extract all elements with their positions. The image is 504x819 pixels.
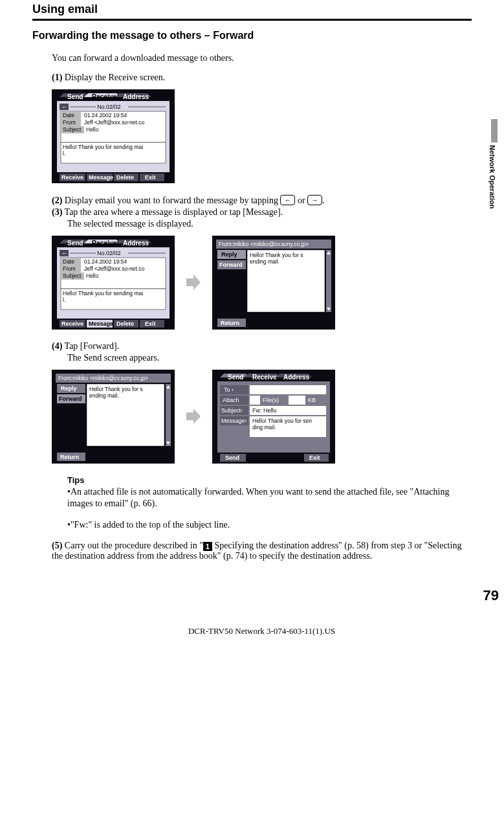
step-4-label: (4) <box>52 341 62 351</box>
svg-text:From:mikiko <mikiko@cv.sony.co: From:mikiko <mikiko@cv.sony.co.jp> <box>58 375 148 381</box>
svg-text:Address: Address <box>283 374 309 381</box>
step-3-label: (3) <box>52 207 62 217</box>
svg-rect-99 <box>250 385 326 394</box>
svg-text:Jeff <Jeff@xxx.so-net.co: Jeff <Jeff@xxx.so-net.co <box>84 119 144 126</box>
svg-text:No.02/02: No.02/02 <box>97 250 121 256</box>
svg-text:Fw: Hello: Fw: Hello <box>252 407 277 414</box>
side-label: Network Operation <box>488 145 496 208</box>
svg-text:Subject: Subject <box>63 273 82 279</box>
svg-text:To  ›: To › <box>224 387 234 393</box>
svg-text:Receive: Receive <box>92 93 116 100</box>
svg-text:File(s): File(s) <box>263 397 279 403</box>
tip-2: •"Fw:" is added to the top of the subjec… <box>52 519 472 532</box>
svg-text:Hello: Hello <box>86 126 99 133</box>
svg-text:Hello! Thank you for s: Hello! Thank you for s <box>250 252 303 258</box>
svg-text:Forward: Forward <box>219 262 243 268</box>
step-3: (3) Tap the area where a message is disp… <box>52 207 472 218</box>
svg-text:Hello! Thank you for sending m: Hello! Thank you for sending mai <box>63 144 143 150</box>
svg-text:ending mail.: ending mail. <box>89 392 119 399</box>
svg-rect-104 <box>289 396 305 405</box>
footer-text: DCR-TRV50 Network 3-074-603-11(1).US <box>52 626 472 643</box>
svg-text:l.: l. <box>63 297 65 303</box>
page-container: Using email Forwarding the message to ot… <box>0 3 504 643</box>
screenshot-row-1: Send Receive Address ← No.02/02 Date <box>52 89 472 183</box>
prev-icon: ← <box>280 195 295 205</box>
svg-text:Receive: Receive <box>252 374 277 381</box>
divider <box>32 19 472 21</box>
screenshot-row-3: From:mikiko <mikiko@cv.sony.co.jp> Reply… <box>52 370 472 464</box>
svg-text:Jeff <Jeff@xxx.so-net.co: Jeff <Jeff@xxx.so-net.co <box>84 265 144 272</box>
svg-text:Message›: Message› <box>221 418 247 424</box>
svg-text:Hello! Thank you for sen: Hello! Thank you for sen <box>252 418 312 424</box>
svg-rect-87 <box>166 384 171 446</box>
step-3-text-a: Tap the area where a message is displaye… <box>65 207 283 217</box>
svg-text:Send: Send <box>67 240 83 247</box>
svg-text:←: ← <box>61 250 67 256</box>
svg-text:Return: Return <box>221 320 239 326</box>
svg-text:l.: l. <box>63 150 65 157</box>
next-icon: → <box>307 195 322 205</box>
step-3b: The selected message is displayed. <box>52 219 472 229</box>
receive-screen-msg-highlight: Send Receive Address ← No.02/02 Date 01.… <box>52 236 175 330</box>
step-1-text: Display the Receive screen. <box>65 73 166 82</box>
step-1-label: (1) <box>52 73 62 82</box>
step-2-text-c: . <box>322 196 325 205</box>
svg-text:Hello! Thank you for s: Hello! Thank you for s <box>89 386 143 392</box>
svg-text:From: From <box>63 119 76 126</box>
svg-text:ending mail.: ending mail. <box>250 258 279 265</box>
step-2-text-a: Display email you want to forward the me… <box>65 196 281 205</box>
svg-rect-102 <box>250 396 260 405</box>
tips-heading: Tips <box>52 475 472 485</box>
svg-text:Hello! Thank you for sending m: Hello! Thank you for sending mai <box>63 290 143 297</box>
intro-text: You can forward a downloaded message to … <box>52 52 472 65</box>
svg-text:ding mail.: ding mail. <box>252 424 276 431</box>
arrow-right-icon <box>186 275 201 290</box>
svg-text:Hello: Hello <box>86 273 99 279</box>
svg-text:Send: Send <box>67 93 83 100</box>
message-view-screen: From:mikiko <mikiko@cv.sony.co.jp> Reply… <box>212 236 335 330</box>
svg-text:Receive: Receive <box>61 174 83 181</box>
step-4-text-a: Tap [Forward]. <box>65 341 120 351</box>
section-title: Forwarding the message to others – Forwa… <box>32 30 472 41</box>
receive-screen: Send Receive Address ← No.02/02 Date <box>52 89 175 183</box>
step-2-label: (2) <box>52 196 62 205</box>
step-4b: The Send screen appears. <box>52 353 472 363</box>
svg-rect-72 <box>326 250 331 312</box>
svg-text:Exit: Exit <box>145 174 156 181</box>
svg-text:Exit: Exit <box>145 320 156 327</box>
svg-text:Message: Message <box>89 320 113 327</box>
step-2-text-b: or <box>295 196 307 205</box>
side-marker-icon <box>491 119 498 142</box>
svg-text:KB: KB <box>308 397 316 403</box>
step-2: (2) Display email you want to forward th… <box>52 195 472 206</box>
step-5-text-a: Carry out the procedure described in " <box>65 541 203 550</box>
side-tab: Network Operation <box>490 119 499 268</box>
number-box-icon: 1 <box>203 542 212 551</box>
svg-text:Attach: Attach <box>223 397 239 403</box>
svg-text:Message: Message <box>89 174 113 181</box>
svg-text:Receive: Receive <box>92 240 116 247</box>
step-1: (1) Display the Receive screen. <box>52 73 472 83</box>
svg-text:No.02/02: No.02/02 <box>97 104 121 110</box>
tip-1: •An attached file is not automatically f… <box>52 486 472 511</box>
svg-text:From:mikiko <mikiko@cv.sony.co: From:mikiko <mikiko@cv.sony.co.jp> <box>219 241 309 247</box>
svg-text:Date: Date <box>63 112 74 118</box>
svg-text:Address: Address <box>123 240 149 247</box>
message-view-forward-screen: From:mikiko <mikiko@cv.sony.co.jp> Reply… <box>52 370 175 464</box>
svg-text:Receive: Receive <box>61 320 83 327</box>
svg-text:Reply: Reply <box>221 251 237 258</box>
svg-text:←: ← <box>61 104 67 110</box>
screenshot-row-2: Send Receive Address ← No.02/02 Date 01.… <box>52 236 472 330</box>
svg-text:Subject›: Subject› <box>221 407 243 414</box>
svg-text:01.24.2002 19:54: 01.24.2002 19:54 <box>84 258 127 265</box>
svg-text:Delete: Delete <box>116 320 134 327</box>
step-4: (4) Tap [Forward]. <box>52 341 472 352</box>
svg-text:Send: Send <box>225 454 239 461</box>
step-5-label: (5) <box>52 541 62 550</box>
svg-text:Subject: Subject <box>63 126 82 133</box>
svg-text:01.24.2002 19:54: 01.24.2002 19:54 <box>84 112 127 118</box>
svg-text:Return: Return <box>60 454 79 460</box>
svg-text:Send: Send <box>228 374 243 381</box>
send-compose-screen: Send Receive Address To › Attach File(s) <box>212 370 335 464</box>
page-title: Using email <box>32 3 472 16</box>
